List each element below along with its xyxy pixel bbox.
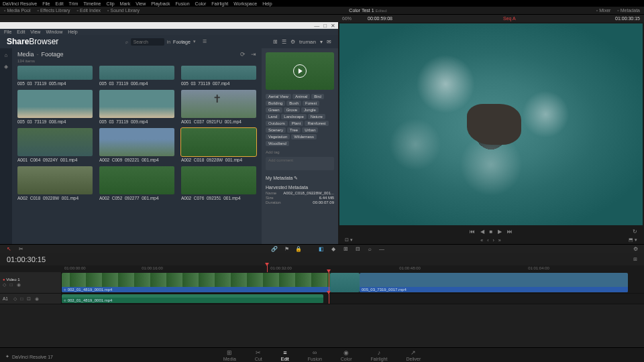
timeline-ruler[interactable]: 01:00:00:0001:00:16:0001:00:32:0001:00:4… xyxy=(0,265,644,272)
menu-mark[interactable]: Mark xyxy=(120,1,131,6)
thumbnail-item[interactable]: A002_C052_092277_001.mp4 xyxy=(99,166,174,200)
preview-thumbnail[interactable] xyxy=(266,52,334,90)
link-icon[interactable]: 🔗 xyxy=(271,246,278,252)
comment-input[interactable]: Add comment xyxy=(266,157,334,170)
tag-urban[interactable]: Urban xyxy=(302,127,318,133)
sb-menu-view[interactable]: View xyxy=(30,29,40,34)
menu-file[interactable]: File xyxy=(42,1,50,6)
tag-green[interactable]: Green xyxy=(266,107,282,113)
tag-woodland[interactable]: Woodland xyxy=(266,141,289,146)
tag-jungle[interactable]: Jungle xyxy=(301,107,319,113)
tag-land[interactable]: Land xyxy=(266,114,280,119)
mail-icon[interactable]: ✉ xyxy=(327,39,331,45)
prev-clip-icon[interactable]: ⏮ xyxy=(470,229,475,235)
timeline-options-icon[interactable]: ⚙ xyxy=(632,246,639,252)
menu-view[interactable]: View xyxy=(136,1,146,6)
tool-sound-library[interactable]: ▫ Sound Library xyxy=(107,8,140,13)
page-tab-media[interactable]: ⊞Media xyxy=(223,349,236,361)
tag-outdoors[interactable]: Outdoors xyxy=(266,121,288,126)
page-tab-color[interactable]: ◉Color xyxy=(341,349,352,361)
zoom-icon[interactable]: ⌕ xyxy=(366,246,373,252)
menu-help[interactable]: Help xyxy=(262,1,272,6)
maximize-icon[interactable]: □ xyxy=(323,23,327,29)
page-tab-fusion[interactable]: ∞Fusion xyxy=(308,349,322,361)
crumb-footage[interactable]: Footage xyxy=(42,51,64,58)
menu-color[interactable]: Color xyxy=(195,1,207,6)
viewer-image[interactable] xyxy=(339,23,643,225)
marker-tool[interactable]: ◆ xyxy=(330,246,337,252)
tag-plant[interactable]: Plant xyxy=(289,121,304,126)
sb-menu-file[interactable]: File xyxy=(4,29,11,34)
search-input[interactable] xyxy=(131,38,164,46)
menu-fusion[interactable]: Fusion xyxy=(176,1,190,6)
match-frame-icon[interactable]: ⊡ xyxy=(345,237,349,242)
filter-icon[interactable]: ☰ xyxy=(203,39,207,44)
tag-building[interactable]: Building xyxy=(266,101,285,106)
stop-icon[interactable]: ■ xyxy=(490,229,493,235)
tool-metadata[interactable]: ▫ Metadata xyxy=(617,8,640,13)
tag-grove[interactable]: Grove xyxy=(284,107,300,113)
thumbnail-item[interactable]: 005_03_73119_008.mp4 xyxy=(17,90,93,124)
thumbnail-item[interactable]: A002_C076_092351_001.mp4 xyxy=(181,166,256,200)
track-header-a1[interactable]: A1 ◇ □ ⊡ ◉ xyxy=(0,294,62,304)
video-clip-2[interactable] xyxy=(330,273,360,292)
menu-timeline[interactable]: Timeline xyxy=(83,1,101,6)
tag-aerial-view[interactable]: Aerial View xyxy=(266,94,291,99)
crumb-media[interactable]: Media xyxy=(17,51,34,58)
menu-davinci-resolve[interactable]: DaVinci Resolve xyxy=(3,1,37,6)
blade-tool[interactable]: ✂ xyxy=(17,246,24,252)
close-icon[interactable]: ✕ xyxy=(331,23,335,29)
thumbnail-item[interactable]: A002_C018_09228W_001.mp4 xyxy=(181,128,256,162)
timeline-timecode[interactable]: 01:00:30:15 xyxy=(7,255,46,263)
marker-icon[interactable]: ⬒ xyxy=(629,237,633,242)
tool-edit-index[interactable]: ▫ Edit Index xyxy=(77,8,101,13)
page-tab-cut[interactable]: ✂Cut xyxy=(255,349,262,361)
step-back-icon[interactable]: ◀ xyxy=(480,229,484,235)
user-menu[interactable]: truman xyxy=(299,39,316,45)
tag-landscape[interactable]: Landscape xyxy=(281,114,306,119)
menu-workspace[interactable]: Workspace xyxy=(233,1,257,6)
thumbnail-item[interactable]: A002_C018_09228W_001.mp4 xyxy=(17,166,93,200)
menu-playback[interactable]: Playback xyxy=(151,1,170,6)
tool-mixer[interactable]: ▫ Mixer xyxy=(596,8,611,13)
thumbnail-item[interactable]: 005_03_73119_009.mp4 xyxy=(99,90,174,124)
video-clip-3[interactable]: 005_03_7319_0017.mp4 xyxy=(360,273,628,292)
play-icon[interactable]: ▶ xyxy=(498,229,502,235)
tool-effects-library[interactable]: ▫ Effects Library xyxy=(37,8,70,13)
chevron-down-icon[interactable]: ▾ xyxy=(320,39,323,45)
sb-menu-edit[interactable]: Edit xyxy=(17,29,25,34)
thumbnail-item[interactable]: 005_03_73119_007.mp4 xyxy=(181,66,256,86)
page-tab-deliver[interactable]: ↗Deliver xyxy=(406,349,421,361)
tag-forest[interactable]: Forest xyxy=(303,101,319,106)
thumbnail-item[interactable]: A001_C064_09224Y_001.mp4 xyxy=(17,128,93,162)
chevron-down-icon[interactable]: ▾ xyxy=(193,39,196,44)
network-icon[interactable]: ◈ xyxy=(4,64,8,70)
settings-icon[interactable]: ⚙ xyxy=(290,39,295,45)
tag-animal[interactable]: Animal xyxy=(292,94,310,99)
snap-icon[interactable]: ◧ xyxy=(318,246,325,252)
menu-trim[interactable]: Trim xyxy=(69,1,78,6)
page-tab-edit[interactable]: ≡Edit xyxy=(281,349,289,361)
expand-icon[interactable]: ⇥ xyxy=(251,51,256,58)
thumbnail-item[interactable]: 005_03_73119_005.mp4 xyxy=(17,66,93,86)
loop-icon[interactable]: ↻ xyxy=(633,229,637,235)
page-tab-fairlight[interactable]: ♪Fairlight xyxy=(371,349,388,361)
tag-bird[interactable]: Bird xyxy=(311,94,324,99)
tag-vegetation[interactable]: Vegetation xyxy=(266,134,290,139)
menu-fairlight[interactable]: Fairlight xyxy=(211,1,228,6)
tag-tree[interactable]: Tree xyxy=(287,127,301,133)
sb-menu-window[interactable]: Window xyxy=(46,29,62,34)
my-metadata-header[interactable]: My Metadata ✎ xyxy=(266,176,334,181)
sb-menu-help[interactable]: Help xyxy=(68,29,77,34)
menu-clip[interactable]: Clip xyxy=(107,1,115,6)
flag-icon[interactable]: ⚑ xyxy=(283,246,290,252)
thumbnail-item[interactable]: A002_C009_092221_001.mp4 xyxy=(99,128,174,162)
search-scope[interactable]: Footage xyxy=(173,40,191,44)
sequence-name[interactable]: Seq A xyxy=(503,16,516,21)
selection-tool[interactable]: ↖ xyxy=(5,246,12,252)
refresh-icon[interactable]: ⟳ xyxy=(240,51,246,58)
lock-icon[interactable]: 🔒 xyxy=(295,246,302,252)
track-header-v1[interactable]: ● Video 1 ◇ □ ◉ xyxy=(0,272,62,293)
edit-icon[interactable]: ✎ xyxy=(294,176,298,180)
zoom-level[interactable]: 66% xyxy=(342,16,352,21)
